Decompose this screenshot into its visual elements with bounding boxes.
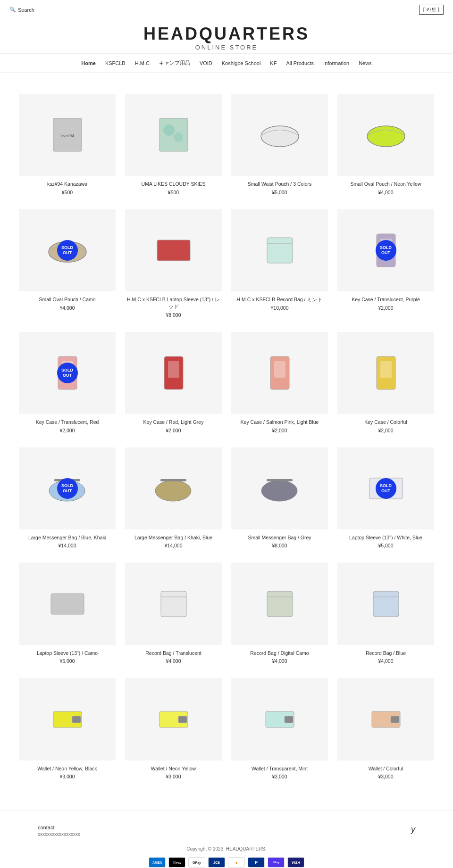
svg-point-23 — [155, 480, 191, 501]
product-item[interactable]: SOLD OUTKey Case / Translucent, Purple¥2… — [333, 202, 439, 325]
product-item[interactable]: Record Bag / Blue¥4,000 — [333, 555, 439, 671]
product-price: ¥4,000 — [337, 190, 434, 195]
site-subtitle: ONLINE STORE — [0, 44, 453, 51]
payment-gpay: GPay — [188, 857, 205, 868]
nav-hmc[interactable]: H.M.C — [135, 60, 150, 66]
product-item[interactable]: Small Waist Pouch / 3 Colors¥5,000 — [226, 87, 333, 202]
product-image-wrap — [19, 678, 116, 760]
nav-kf[interactable]: KF — [270, 60, 277, 66]
product-item[interactable]: Small Oval Pouch / Neon Yellow¥4,000 — [333, 87, 439, 202]
nav-void[interactable]: VOID — [200, 60, 212, 66]
product-item[interactable]: Wallet / Colorful¥3,000 — [333, 671, 439, 786]
nav-news[interactable]: News — [359, 60, 372, 66]
product-price: ¥2,000 — [231, 428, 328, 433]
product-image-wrap: ksz#94 — [19, 94, 116, 176]
product-item[interactable]: UMA LIKES CLOUDY SKIES¥500 — [120, 87, 226, 202]
product-image-wrap: SOLD OUT — [19, 209, 116, 291]
product-item[interactable]: Key Case / Red, Light Grey¥2,000 — [120, 325, 226, 440]
product-image — [337, 678, 434, 760]
search-icon: 🔍 — [9, 7, 16, 13]
cart-link[interactable]: [ 카트 ] — [419, 5, 444, 15]
product-price: ¥2,000 — [337, 428, 434, 433]
svg-rect-9 — [267, 238, 293, 263]
product-image-wrap — [125, 678, 222, 760]
product-name: Laptop Sleeve (13") / Camo — [19, 650, 116, 657]
product-image-wrap — [231, 678, 328, 760]
product-item[interactable]: Large Messenger Bag / Khaki, Blue¥14,000 — [120, 440, 226, 556]
footer-copyright: Copyright © 2023. HEADQUARTERS. — [9, 846, 444, 851]
product-price: ¥500 — [125, 190, 222, 195]
product-item[interactable]: Record Bag / Digital Camo¥4,000 — [226, 555, 333, 671]
product-name: Record Bag / Blue — [337, 650, 434, 657]
product-image — [125, 447, 222, 529]
search-link[interactable]: 🔍 Search — [9, 7, 34, 13]
product-image: ksz#94 — [19, 94, 116, 176]
product-name: ksz#94 Kanazawa — [19, 181, 116, 188]
svg-point-25 — [261, 480, 297, 501]
product-item[interactable]: Key Case / Salmon Pink, Light Blue¥2,000 — [226, 325, 333, 440]
product-price: ¥8,000 — [125, 312, 222, 318]
product-image-wrap — [231, 562, 328, 645]
payment-jcb: JCB — [208, 857, 225, 868]
product-image-wrap — [337, 678, 434, 760]
product-image — [125, 678, 222, 760]
svg-rect-38 — [178, 716, 187, 723]
product-name: Key Case / Translucent, Purple — [337, 296, 434, 303]
svg-rect-42 — [391, 716, 399, 723]
product-image-wrap — [125, 94, 222, 176]
svg-rect-28 — [51, 594, 84, 614]
search-label: Search — [18, 7, 34, 13]
footer-contact: contact xxxxxxxxxxxxxxxxxx — [38, 825, 80, 837]
product-name: Key Case / Salmon Pink, Light Blue — [231, 419, 328, 426]
svg-rect-2 — [159, 118, 188, 151]
product-name: Wallet / Transparent, Mint — [231, 765, 328, 772]
nav-all-products[interactable]: All Products — [286, 60, 314, 66]
top-bar: 🔍 Search [ 카트 ] — [0, 0, 453, 19]
product-image — [19, 678, 116, 760]
payment-shopifypay: SPay — [268, 857, 285, 868]
nav-ksfclb[interactable]: KSFCLB — [105, 60, 126, 66]
product-price: ¥10,000 — [231, 305, 328, 311]
product-image — [125, 562, 222, 645]
products-grid: ksz#94ksz#94 Kanazawa¥500UMA LIKES CLOUD… — [0, 77, 453, 796]
cart-label: [ 카트 ] — [423, 7, 439, 12]
nav-home[interactable]: Home — [81, 60, 96, 66]
product-image — [231, 94, 328, 176]
contact-label: contact — [38, 825, 80, 830]
product-item[interactable]: ksz#94ksz#94 Kanazawa¥500 — [14, 87, 120, 202]
product-item[interactable]: H.M.C x KSFCLB Laptop Sleeve (13") / レッド… — [120, 202, 226, 325]
product-image — [19, 562, 116, 645]
product-image — [125, 94, 222, 176]
sold-out-badge: SOLD OUT — [57, 240, 78, 261]
product-item[interactable]: Wallet / Neon Yellow, Black¥3,000 — [14, 671, 120, 786]
nav-camp[interactable]: キャンプ用品 — [159, 59, 190, 66]
product-item[interactable]: SOLD OUTSmall Oval Pouch / Camo¥4,000 — [14, 202, 120, 325]
product-item[interactable]: H.M.C x KSFCLB Record Bag / ミント¥10,000 — [226, 202, 333, 325]
product-item[interactable]: Wallet / Neon Yellow¥3,000 — [120, 671, 226, 786]
product-item[interactable]: Small Messenger Bag / Grey¥8,000 — [226, 440, 333, 556]
payment-amex: AMEX — [149, 857, 166, 868]
product-item[interactable]: Key Case / Colorful¥2,000 — [333, 325, 439, 440]
svg-rect-24 — [160, 479, 186, 481]
product-name: Small Messenger Bag / Grey — [231, 534, 328, 541]
product-name: Small Waist Pouch / 3 Colors — [231, 181, 328, 188]
product-image-wrap — [19, 562, 116, 645]
product-image-wrap — [125, 447, 222, 529]
svg-rect-20 — [380, 361, 392, 378]
product-item[interactable]: SOLD OUTKey Case / Translucent, Red¥2,00… — [14, 325, 120, 440]
nav-koshigoe[interactable]: Koshigoe School — [222, 60, 261, 66]
svg-rect-18 — [274, 361, 285, 378]
product-image-wrap — [125, 209, 222, 291]
product-price: ¥500 — [19, 190, 116, 195]
nav-information[interactable]: Information — [323, 60, 349, 66]
product-item[interactable]: Wallet / Transparent, Mint¥3,000 — [226, 671, 333, 786]
product-item[interactable]: Record Bag / Translucent¥4,000 — [120, 555, 226, 671]
product-item[interactable]: SOLD OUTLarge Messenger Bag / Blue, Khak… — [14, 440, 120, 556]
product-name: Key Case / Red, Light Grey — [125, 419, 222, 426]
svg-rect-40 — [285, 716, 293, 723]
payment-visa: VISA — [287, 857, 304, 868]
product-price: ¥4,000 — [125, 658, 222, 664]
product-item[interactable]: Laptop Sleeve (13") / Camo¥5,000 — [14, 555, 120, 671]
product-item[interactable]: SOLD OUTLaptop Sleeve (13") / White, Blu… — [333, 440, 439, 556]
product-image — [231, 209, 328, 291]
